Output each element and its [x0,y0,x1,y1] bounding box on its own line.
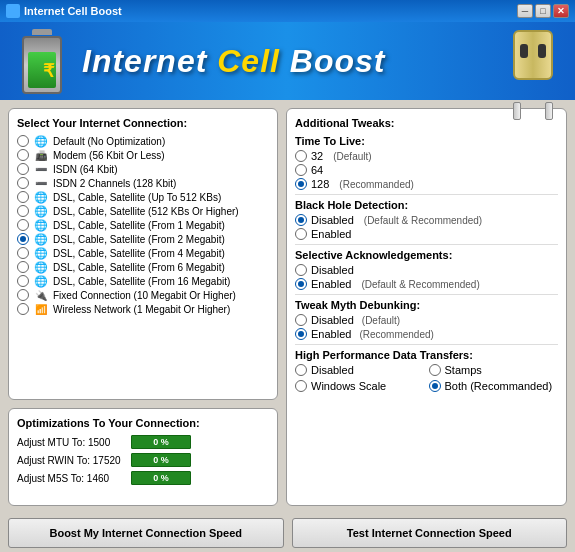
hp-both[interactable]: Both (Recommanded) [429,380,559,392]
connection-option-6[interactable]: 🌐 DSL, Cable, Satellite (512 KBs Or High… [17,205,269,217]
divider-1 [295,194,558,195]
myth-enabled[interactable]: Enabled (Recommended) [295,328,558,340]
black-hole-title: Black Hole Detection: [295,199,558,211]
radio-opt8[interactable] [17,233,29,245]
radio-bh-disabled[interactable] [295,214,307,226]
option-label-9: DSL, Cable, Satellite (From 4 Megabit) [53,248,225,259]
myth-disabled-note: (Default) [362,315,400,326]
connection-option-9[interactable]: 🌐 DSL, Cable, Satellite (From 4 Megabit) [17,247,269,259]
connection-option-11[interactable]: 🌐 DSL, Cable, Satellite (From 16 Megabit… [17,275,269,287]
selective-disabled[interactable]: Disabled [295,264,558,276]
radio-opt9[interactable] [17,247,29,259]
radio-ttl-32[interactable] [295,150,307,162]
myth-title: Tweak Myth Debunking: [295,299,558,311]
radio-hp-wscale[interactable] [295,380,307,392]
maximize-button[interactable]: □ [535,4,551,18]
connection-option-10[interactable]: 🌐 DSL, Cable, Satellite (From 6 Megabit) [17,261,269,273]
radio-ttl-64[interactable] [295,164,307,176]
radio-opt5[interactable] [17,191,29,203]
optim-row-rwin: Adjust RWIN To: 17520 0 % [17,453,269,467]
optim-row-m5s: Adjust M5S To: 1460 0 % [17,471,269,485]
selective-enabled[interactable]: Enabled (Default & Recommended) [295,278,558,290]
radio-opt12[interactable] [17,289,29,301]
optim-mtu-bar: 0 % [131,435,191,449]
radio-opt3[interactable] [17,163,29,175]
hp-disabled-label: Disabled [311,364,354,376]
connection-option-8[interactable]: 🌐 DSL, Cable, Satellite (From 2 Megabit) [17,233,269,245]
ttl-32-note: (Default) [333,151,371,162]
connection-option-2[interactable]: 📠 Modem (56 Kbit Or Less) [17,149,269,161]
option-label-2: Modem (56 Kbit Or Less) [53,150,165,161]
radio-opt13[interactable] [17,303,29,315]
connection-option-1[interactable]: 🌐 Default (No Optimization) [17,135,269,147]
header-title-part1: Internet Cell Boost [82,43,385,79]
connection-option-12[interactable]: 🔌 Fixed Connection (10 Megabit Or Higher… [17,289,269,301]
optim-rwin-label: Adjust RWIN To: 17520 [17,455,125,466]
connection-option-4[interactable]: ➖ ISDN 2 Channels (128 Kbit) [17,177,269,189]
dsl1-icon: 🌐 [33,191,49,203]
highperf-title: High Performance Data Transfers: [295,349,558,361]
radio-hp-stamps[interactable] [429,364,441,376]
radio-opt4[interactable] [17,177,29,189]
radio-opt1[interactable] [17,135,29,147]
battery-icon: ₹ [16,29,68,94]
radio-myth-enabled[interactable] [295,328,307,340]
dsl3-icon: 🌐 [33,219,49,231]
myth-disabled[interactable]: Disabled (Default) [295,314,400,326]
divider-2 [295,244,558,245]
radio-opt7[interactable] [17,219,29,231]
ttl-64-label: 64 [311,164,323,176]
radio-opt11[interactable] [17,275,29,287]
selective-ack-title: Selective Acknowledgements: [295,249,558,261]
optim-mtu-label: Adjust MTU To: 1500 [17,437,125,448]
divider-4 [295,344,558,345]
hp-stamps[interactable]: Stamps [429,364,559,376]
connection-option-13[interactable]: 📶 Wireless Network (1 Megabit Or Higher) [17,303,269,315]
bh-disabled-note: (Default & Recommended) [364,215,482,226]
radio-bh-enabled[interactable] [295,228,307,240]
radio-opt6[interactable] [17,205,29,217]
isdn2-icon: ➖ [33,177,49,189]
ttl-option-128[interactable]: 128 (Recommanded) [295,178,558,190]
option-label-13: Wireless Network (1 Megabit Or Higher) [53,304,230,315]
bottom-bar: Boost My Internet Connection Speed Test … [0,514,575,552]
connection-panel-title: Select Your Internet Connection: [17,117,269,129]
connection-option-3[interactable]: ➖ ISDN (64 Kbit) [17,163,269,175]
hp-windows-scale[interactable]: Windows Scale [295,380,425,392]
ttl-option-64[interactable]: 64 [295,164,558,176]
black-hole-disabled[interactable]: Disabled (Default & Recommended) [295,214,558,226]
radio-opt2[interactable] [17,149,29,161]
connection-panel: Select Your Internet Connection: 🌐 Defau… [8,108,278,400]
optimization-panel: Optimizations To Your Connection: Adjust… [8,408,278,506]
app-header: ₹ Internet Cell Boost [0,22,575,100]
radio-sa-disabled[interactable] [295,264,307,276]
radio-myth-disabled[interactable] [295,314,307,326]
radio-sa-enabled[interactable] [295,278,307,290]
dsl6-icon: 🌐 [33,261,49,273]
radio-ttl-128[interactable] [295,178,307,190]
sa-disabled-label: Disabled [311,264,354,276]
minimize-button[interactable]: ─ [517,4,533,18]
radio-hp-both[interactable] [429,380,441,392]
close-button[interactable]: ✕ [553,4,569,18]
optim-panel-title: Optimizations To Your Connection: [17,417,269,429]
isdn-icon: ➖ [33,163,49,175]
app-icon [6,4,20,18]
connection-option-7[interactable]: 🌐 DSL, Cable, Satellite (From 1 Megabit) [17,219,269,231]
test-button[interactable]: Test Internet Connection Speed [292,518,568,548]
bh-enabled-label: Enabled [311,228,351,240]
radio-opt10[interactable] [17,261,29,273]
ttl-option-32[interactable]: 32 (Default) [295,150,558,162]
hp-disabled[interactable]: Disabled [295,364,425,376]
black-hole-enabled[interactable]: Enabled [295,228,558,240]
wireless-icon: 📶 [33,303,49,315]
radio-hp-disabled[interactable] [295,364,307,376]
app-title: Internet Cell Boost [82,43,385,80]
connection-option-5[interactable]: 🌐 DSL, Cable, Satellite (Up To 512 KBs) [17,191,269,203]
boost-button[interactable]: Boost My Internet Connection Speed [8,518,284,548]
option-label-4: ISDN 2 Channels (128 Kbit) [53,178,176,189]
optim-m5s-bar: 0 % [131,471,191,485]
option-label-3: ISDN (64 Kbit) [53,164,117,175]
sa-enabled-label: Enabled [311,278,351,290]
tweaks-panel: Additional Tweaks: Time To Live: 32 (Def… [286,108,567,506]
